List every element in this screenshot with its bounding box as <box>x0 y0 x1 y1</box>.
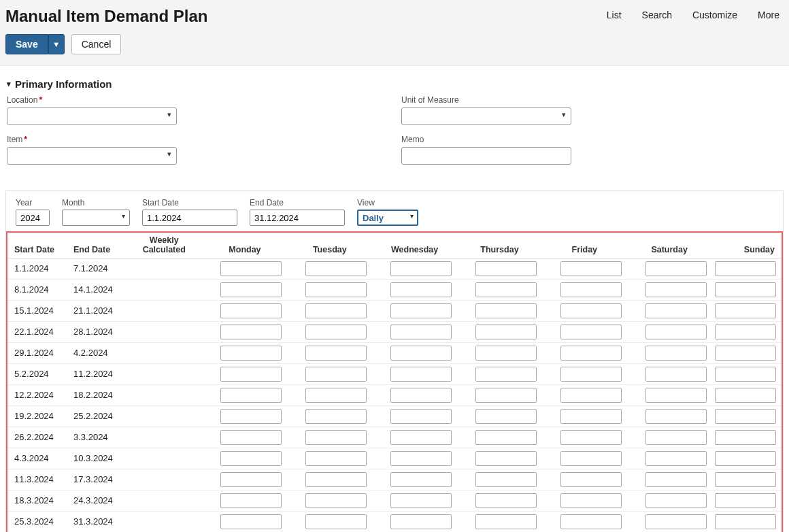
input-saturday[interactable] <box>645 346 707 361</box>
input-tuesday[interactable] <box>305 409 367 424</box>
input-sunday[interactable] <box>715 282 776 297</box>
input-saturday[interactable] <box>645 388 707 403</box>
input-friday[interactable] <box>560 346 622 361</box>
input-tuesday[interactable] <box>305 367 367 382</box>
save-dropdown-button[interactable]: ▼ <box>48 34 65 54</box>
input-sunday[interactable] <box>715 325 776 339</box>
input-monday[interactable] <box>220 409 282 424</box>
input-thursday[interactable] <box>475 430 537 445</box>
input-thursday[interactable] <box>475 325 537 339</box>
input-friday[interactable] <box>560 261 622 276</box>
input-saturday[interactable] <box>645 303 707 318</box>
input-wednesday[interactable] <box>390 388 452 403</box>
input-wednesday[interactable] <box>390 261 452 276</box>
input-wednesday[interactable] <box>390 346 452 361</box>
input-wednesday[interactable] <box>390 303 452 318</box>
input-friday[interactable] <box>560 514 622 529</box>
input-tuesday[interactable] <box>305 261 367 276</box>
action-customize[interactable]: Customize <box>692 10 737 20</box>
input-monday[interactable] <box>220 346 282 361</box>
start-date-input[interactable] <box>142 210 237 226</box>
input-wednesday[interactable] <box>390 451 452 466</box>
input-thursday[interactable] <box>475 282 537 297</box>
input-friday[interactable] <box>560 451 622 466</box>
input-friday[interactable] <box>560 282 622 297</box>
input-friday[interactable] <box>560 409 622 424</box>
input-sunday[interactable] <box>715 261 776 276</box>
input-wednesday[interactable] <box>390 472 452 487</box>
input-monday[interactable] <box>220 493 282 508</box>
input-sunday[interactable] <box>715 472 776 487</box>
input-thursday[interactable] <box>475 261 537 276</box>
input-wednesday[interactable] <box>390 430 452 445</box>
input-friday[interactable] <box>560 493 622 508</box>
input-sunday[interactable] <box>715 388 776 403</box>
input-monday[interactable] <box>220 472 282 487</box>
save-button[interactable]: Save <box>5 34 48 54</box>
input-friday[interactable] <box>560 388 622 403</box>
input-tuesday[interactable] <box>305 451 367 466</box>
input-friday[interactable] <box>560 367 622 382</box>
input-monday[interactable] <box>220 303 282 318</box>
input-wednesday[interactable] <box>390 514 452 529</box>
input-saturday[interactable] <box>645 325 707 339</box>
item-select[interactable] <box>7 147 177 165</box>
input-thursday[interactable] <box>475 514 537 529</box>
input-tuesday[interactable] <box>305 514 367 529</box>
input-saturday[interactable] <box>645 472 707 487</box>
input-sunday[interactable] <box>715 346 776 361</box>
action-more[interactable]: More <box>758 10 779 20</box>
action-search[interactable]: Search <box>642 10 672 20</box>
input-thursday[interactable] <box>475 472 537 487</box>
section-primary-information[interactable]: ▾ Primary Information <box>0 66 789 95</box>
input-monday[interactable] <box>220 261 282 276</box>
input-thursday[interactable] <box>475 409 537 424</box>
input-friday[interactable] <box>560 430 622 445</box>
input-friday[interactable] <box>560 303 622 318</box>
input-tuesday[interactable] <box>305 346 367 361</box>
input-sunday[interactable] <box>715 430 776 445</box>
input-saturday[interactable] <box>645 430 707 445</box>
year-input[interactable] <box>16 210 50 226</box>
input-saturday[interactable] <box>645 514 707 529</box>
month-select[interactable] <box>62 210 130 226</box>
input-monday[interactable] <box>220 430 282 445</box>
location-select[interactable] <box>7 107 177 125</box>
input-tuesday[interactable] <box>305 430 367 445</box>
end-date-input[interactable] <box>250 210 345 226</box>
input-sunday[interactable] <box>715 451 776 466</box>
input-monday[interactable] <box>220 451 282 466</box>
input-tuesday[interactable] <box>305 282 367 297</box>
input-tuesday[interactable] <box>305 325 367 339</box>
input-thursday[interactable] <box>475 451 537 466</box>
view-select[interactable] <box>357 210 418 226</box>
input-tuesday[interactable] <box>305 493 367 508</box>
input-monday[interactable] <box>220 282 282 297</box>
input-monday[interactable] <box>220 367 282 382</box>
input-saturday[interactable] <box>645 409 707 424</box>
input-tuesday[interactable] <box>305 388 367 403</box>
input-monday[interactable] <box>220 325 282 339</box>
input-sunday[interactable] <box>715 367 776 382</box>
input-saturday[interactable] <box>645 282 707 297</box>
input-sunday[interactable] <box>715 303 776 318</box>
cancel-button[interactable]: Cancel <box>71 34 122 54</box>
input-wednesday[interactable] <box>390 325 452 339</box>
input-thursday[interactable] <box>475 346 537 361</box>
input-monday[interactable] <box>220 388 282 403</box>
input-thursday[interactable] <box>475 303 537 318</box>
memo-input[interactable] <box>401 147 571 165</box>
input-tuesday[interactable] <box>305 472 367 487</box>
input-sunday[interactable] <box>715 493 776 508</box>
input-friday[interactable] <box>560 325 622 339</box>
input-saturday[interactable] <box>645 451 707 466</box>
input-tuesday[interactable] <box>305 303 367 318</box>
input-saturday[interactable] <box>645 367 707 382</box>
input-thursday[interactable] <box>475 493 537 508</box>
input-saturday[interactable] <box>645 493 707 508</box>
action-list[interactable]: List <box>607 10 622 20</box>
input-friday[interactable] <box>560 472 622 487</box>
input-saturday[interactable] <box>645 261 707 276</box>
input-monday[interactable] <box>220 514 282 529</box>
uom-select[interactable] <box>401 107 571 125</box>
